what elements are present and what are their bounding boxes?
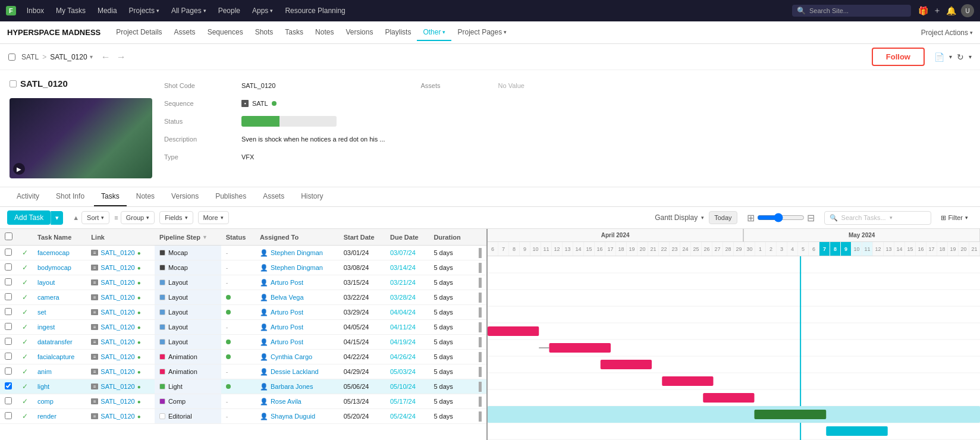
task-link-10[interactable]: ≡ SATL_0120 ● [91,398,150,405]
gift-icon[interactable]: 🎁 [918,6,928,15]
task-link-5[interactable]: ≡ SATL_0120 ● [91,323,150,331]
more-button[interactable]: More ▾ [198,211,229,224]
fields-button[interactable]: Fields ▾ [159,211,193,224]
row-menu-10[interactable]: ▐ [476,397,482,406]
zoom-slider[interactable] [757,213,805,222]
assigned-name-8[interactable]: Dessie Lackland [271,368,319,375]
tab-project-details[interactable]: Project Details [110,24,168,41]
nav-prev-icon[interactable]: ← [101,52,111,62]
zoom-out-icon[interactable]: ⊟ [807,212,815,224]
tab-project-pages[interactable]: Project Pages▾ [451,24,513,41]
task-name-1[interactable]: bodymocap [37,264,71,271]
add-task-button[interactable]: Add Task [7,210,51,225]
tab-notes[interactable]: Notes [309,24,340,41]
row-menu-1[interactable]: ▐ [476,263,482,272]
refresh-icon[interactable]: ↻ [957,52,964,62]
row-menu-5[interactable]: ▐ [476,322,482,332]
nav-people[interactable]: People [213,4,245,17]
tab-assets-detail[interactable]: Assets [256,187,291,206]
row-checkbox-10[interactable] [5,397,12,404]
sort-button[interactable]: Sort ▾ [81,211,109,224]
task-link-0[interactable]: ≡ SATL_0120 ● [91,249,150,256]
assigned-name-6[interactable]: Arturo Post [271,338,303,345]
nav-inbox[interactable]: Inbox [22,4,49,17]
row-menu-6[interactable]: ▐ [476,337,482,347]
row-checkbox-9[interactable] [5,382,12,389]
project-actions-button[interactable]: Project Actions ▾ [921,29,973,37]
row-checkbox-7[interactable] [5,353,12,360]
tab-versions[interactable]: Versions [340,24,379,41]
tab-tasks[interactable]: Tasks [279,24,309,41]
tab-shot-info[interactable]: Shot Info [49,187,92,206]
follow-button[interactable]: Follow [872,48,925,66]
user-avatar[interactable]: U [961,4,974,17]
today-button[interactable]: Today [709,211,737,224]
nav-apps[interactable]: Apps ▾ [247,4,278,17]
add-task-arrow[interactable]: ▾ [51,211,63,225]
play-button[interactable]: ▶ [13,163,25,175]
task-name-5[interactable]: ingest [37,323,55,331]
notifications-icon[interactable]: 🔔 [946,6,956,15]
task-name-9[interactable]: light [37,383,49,390]
row-checkbox-8[interactable] [5,367,12,375]
document-icon[interactable]: 📄 [934,52,944,62]
row-checkbox-11[interactable] [5,412,12,419]
assigned-name-11[interactable]: Shayna Duguid [271,413,315,420]
tab-versions-detail[interactable]: Versions [164,187,206,206]
task-link-2[interactable]: ≡ SATL_0120 ● [91,279,150,286]
tab-tasks-detail[interactable]: Tasks [94,187,127,206]
assigned-name-9[interactable]: Barbara Jones [271,383,313,390]
assigned-name-7[interactable]: Cynthia Cargo [271,353,312,360]
global-search[interactable]: 🔍 Search Site... [792,5,911,17]
tab-shots[interactable]: Shots [249,24,279,41]
row-menu-7[interactable]: ▐ [476,352,482,362]
task-link-3[interactable]: ≡ SATL_0120 ● [91,294,150,301]
task-name-6[interactable]: datatransfer [37,338,73,345]
task-name-4[interactable]: set [37,309,46,316]
add-icon[interactable]: ＋ [933,5,941,16]
task-name-11[interactable]: render [37,413,56,420]
row-menu-3[interactable]: ▐ [476,293,482,302]
assigned-name-0[interactable]: Stephen Dingman [271,249,323,256]
task-link-9[interactable]: ≡ SATL_0120 ● [91,383,150,390]
assigned-name-1[interactable]: Stephen Dingman [271,264,323,271]
task-link-6[interactable]: ≡ SATL_0120 ● [91,338,150,345]
group-button[interactable]: Group ▾ [121,211,155,224]
shot-checkbox[interactable] [8,54,15,61]
task-link-1[interactable]: ≡ SATL_0120 ● [91,264,150,271]
tab-history[interactable]: History [294,187,330,206]
zoom-in-icon[interactable]: ⊞ [747,212,755,224]
task-link-4[interactable]: ≡ SATL_0120 ● [91,309,150,316]
row-checkbox-3[interactable] [5,293,12,300]
breadcrumb-parent[interactable]: SATL [21,53,39,61]
nav-next-icon[interactable]: → [117,52,126,62]
nav-projects[interactable]: Projects ▾ [124,4,164,17]
row-menu-11[interactable]: ▐ [476,411,482,421]
row-checkbox-5[interactable] [5,323,12,330]
task-link-8[interactable]: ≡ SATL_0120 ● [91,368,150,375]
task-name-3[interactable]: camera [37,294,59,301]
tab-other[interactable]: Other▾ [417,24,451,41]
row-menu-9[interactable]: ▐ [476,382,482,391]
more-icon[interactable]: ▾ [969,54,972,60]
row-menu-0[interactable]: ▐ [476,248,482,257]
task-name-0[interactable]: facemocap [37,249,70,256]
row-menu-8[interactable]: ▐ [476,367,482,376]
assigned-name-2[interactable]: Arturo Post [271,279,303,286]
tab-activity[interactable]: Activity [10,187,46,206]
task-link-7[interactable]: ≡ SATL_0120 ● [91,353,150,360]
tab-publishes[interactable]: Publishes [208,187,253,206]
assigned-name-3[interactable]: Belva Vega [271,294,304,301]
filter-button[interactable]: ⊞ Filter ▾ [936,212,973,224]
nav-my-tasks[interactable]: My Tasks [51,4,90,17]
task-name-8[interactable]: anim [37,368,52,375]
assigned-name-10[interactable]: Rose Avila [271,398,301,405]
doc-chevron-icon[interactable]: ▾ [949,54,952,60]
nav-all-pages[interactable]: All Pages ▾ [167,4,211,17]
tab-playlists[interactable]: Playlists [379,24,417,41]
assigned-name-4[interactable]: Arturo Post [271,309,303,316]
tab-assets[interactable]: Assets [168,24,202,41]
task-link-11[interactable]: ≡ SATL_0120 ● [91,413,150,420]
task-name-7[interactable]: facialcapture [37,353,74,360]
row-menu-2[interactable]: ▐ [476,278,482,287]
